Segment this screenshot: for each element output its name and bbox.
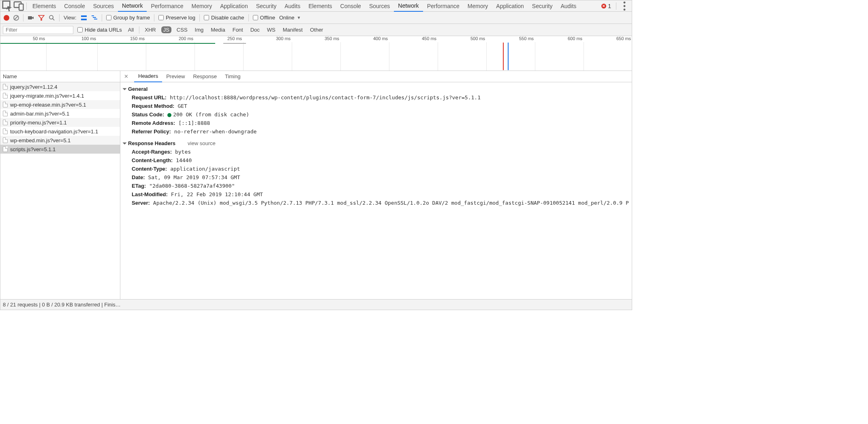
kebab-menu-icon[interactable]	[619, 0, 630, 12]
header-value: Apache/2.2.34 (Unix) mod_wsgi/3.5 Python…	[153, 200, 629, 206]
filter-type-manifest[interactable]: Manifest	[281, 26, 305, 33]
request-name: jquery.js?ver=1.12.4	[10, 84, 57, 90]
detail-tab-response[interactable]: Response	[189, 71, 221, 82]
close-detail-icon[interactable]: ✕	[122, 73, 130, 81]
main-tab-network[interactable]: Network	[394, 0, 423, 12]
main-tab-security[interactable]: Security	[252, 0, 281, 12]
header-key: Referrer Policy:	[132, 128, 171, 135]
timeline-tick: 350 ms	[325, 36, 339, 41]
section-header[interactable]: Response Headersview source	[124, 139, 629, 148]
filter-type-doc[interactable]: Doc	[248, 26, 262, 33]
main-tab-performance[interactable]: Performance	[147, 0, 187, 12]
header-row: Status Code:200 OK (from disk cache)	[124, 110, 629, 119]
timeline-band	[0, 43, 215, 44]
request-row[interactable]: touch-keyboard-navigation.js?ver=1.1	[0, 127, 120, 136]
main-tab-sources[interactable]: Sources	[365, 0, 394, 12]
record-button[interactable]	[4, 15, 9, 21]
header-row: Referrer Policy:no-referrer-when-downgra…	[124, 127, 629, 136]
main-tab-performance[interactable]: Performance	[423, 0, 464, 12]
header-row: Remote Address:[::1]:8888	[124, 119, 629, 127]
request-name: scripts.js?ver=5.1.1	[10, 146, 56, 152]
timeline-tick: 450 ms	[422, 36, 436, 41]
detail-pane: ✕ HeadersPreviewResponseTiming GeneralRe…	[120, 71, 632, 299]
filter-type-other[interactable]: Other	[308, 26, 325, 33]
file-icon	[3, 120, 8, 125]
svg-point-3	[624, 1, 626, 3]
timeline-tick: 500 ms	[470, 36, 485, 41]
request-row[interactable]: admin-bar.min.js?ver=5.1	[0, 109, 120, 118]
device-toolbar-icon[interactable]	[13, 0, 25, 12]
main-tab-elements[interactable]: Elements	[28, 0, 60, 12]
request-row[interactable]: scripts.js?ver=5.1.1	[0, 145, 120, 154]
main-tab-network[interactable]: Network	[118, 0, 147, 12]
svg-rect-9	[81, 15, 87, 17]
filter-type-ws[interactable]: WS	[265, 26, 278, 33]
request-name: wp-embed.min.js?ver=5.1	[10, 137, 71, 143]
file-icon	[3, 102, 8, 107]
timeline-tick: 550 ms	[519, 36, 534, 41]
filter-type-media[interactable]: Media	[209, 26, 227, 33]
header-value: "2da080-3868-5827a7af43900"	[149, 183, 235, 189]
header-row: Accept-Ranges:bytes	[124, 148, 629, 156]
main-tab-elements[interactable]: Elements	[304, 0, 336, 12]
main-tab-audits[interactable]: Audits	[280, 0, 304, 12]
detail-tab-preview[interactable]: Preview	[162, 71, 189, 82]
main-tab-memory[interactable]: Memory	[464, 0, 492, 12]
section-header[interactable]: General	[124, 85, 629, 93]
main-tab-security[interactable]: Security	[528, 0, 557, 12]
inspect-element-icon[interactable]	[2, 0, 13, 12]
divider	[59, 14, 60, 21]
filter-type-xhr[interactable]: XHR	[143, 26, 158, 33]
group-by-frame-checkbox[interactable]: Group by frame	[106, 15, 150, 21]
timeline-overview[interactable]: 50 ms100 ms150 ms200 ms250 ms300 ms350 m…	[0, 36, 632, 71]
request-row[interactable]: priority-menu.js?ver=1.1	[0, 118, 120, 127]
main-tab-application[interactable]: Application	[492, 0, 528, 12]
svg-rect-6	[28, 16, 32, 19]
main-tab-sources[interactable]: Sources	[89, 0, 118, 12]
filter-type-img[interactable]: Img	[193, 26, 206, 33]
view-source-link[interactable]: view source	[188, 140, 216, 146]
filter-type-font[interactable]: Font	[231, 26, 245, 33]
filter-icon[interactable]	[38, 15, 45, 21]
camera-icon[interactable]	[28, 15, 34, 21]
filter-type-js[interactable]: JS	[161, 26, 171, 33]
filter-type-css[interactable]: CSS	[175, 26, 190, 33]
filter-type-all[interactable]: All	[126, 26, 136, 33]
throttling-select[interactable]: Online▼	[279, 15, 302, 21]
waterfall-icon[interactable]	[91, 15, 98, 21]
disable-cache-checkbox[interactable]: Disable cache	[204, 15, 244, 21]
clear-button[interactable]	[13, 15, 19, 21]
request-row[interactable]: wp-embed.min.js?ver=5.1	[0, 136, 120, 145]
header-row: Request Method:GET	[124, 102, 629, 110]
disclosure-triangle-icon	[123, 142, 127, 144]
file-icon	[3, 146, 8, 152]
main-tab-application[interactable]: Application	[216, 0, 252, 12]
main-tab-console[interactable]: Console	[60, 0, 89, 12]
preserve-log-checkbox[interactable]: Preserve log	[158, 15, 195, 21]
request-row[interactable]: jquery-migrate.min.js?ver=1.4.1	[0, 91, 120, 100]
filter-input[interactable]	[3, 26, 73, 34]
request-row[interactable]: wp-emoji-release.min.js?ver=5.1	[0, 100, 120, 109]
error-count-badge[interactable]: ✕ 1	[599, 3, 614, 9]
svg-line-8	[53, 19, 54, 20]
main-tab-memory[interactable]: Memory	[188, 0, 216, 12]
header-value: Fri, 22 Feb 2019 12:10:44 GMT	[171, 191, 263, 197]
search-icon[interactable]	[49, 15, 55, 21]
timeline-tick: 650 ms	[616, 36, 631, 41]
detail-tab-timing[interactable]: Timing	[221, 71, 245, 82]
offline-checkbox[interactable]: Offline	[253, 15, 275, 21]
header-value: no-referrer-when-downgrade	[174, 128, 257, 135]
status-text: 8 / 21 requests | 0 B / 20.9 KB transfer…	[3, 302, 121, 308]
large-rows-icon[interactable]	[81, 15, 87, 21]
view-label: View:	[64, 15, 77, 21]
hide-data-urls-checkbox[interactable]: Hide data URLs	[77, 27, 122, 33]
request-row[interactable]: jquery.js?ver=1.12.4	[0, 82, 120, 91]
file-icon	[3, 93, 8, 99]
main-tab-console[interactable]: Console	[336, 0, 365, 12]
name-column-header[interactable]: Name	[0, 71, 120, 82]
detail-tab-headers[interactable]: Headers	[134, 71, 162, 82]
main-tab-audits[interactable]: Audits	[556, 0, 580, 12]
header-value: http://localhost:8888/wordpress/wp-conte…	[170, 94, 481, 101]
header-row: Last-Modified:Fri, 22 Feb 2019 12:10:44 …	[124, 190, 629, 199]
svg-point-5	[624, 9, 626, 11]
